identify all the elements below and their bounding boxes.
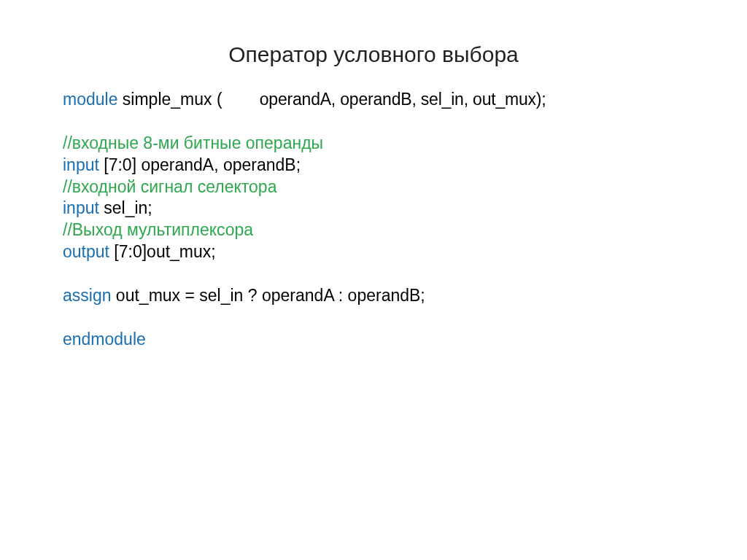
code-text: operandA, operandB, sel_in, out_mux); bbox=[260, 90, 546, 109]
code-text: out_mux = sel_in ? operandA : operandB; bbox=[111, 286, 425, 305]
comment-line: //входной сигнал селектора bbox=[63, 177, 276, 196]
code-text: [7:0] operandA, operandB; bbox=[99, 155, 301, 174]
code-block: module simple_mux ( operandA, operandB, … bbox=[63, 89, 684, 351]
code-line: module simple_mux ( operandA, operandB, … bbox=[63, 90, 546, 109]
keyword-module: module bbox=[63, 90, 117, 109]
code-line: input [7:0] operandA, operandB; bbox=[63, 155, 301, 174]
comment-line: //Выход мультиплексора bbox=[63, 220, 253, 239]
code-line: assign out_mux = sel_in ? operandA : ope… bbox=[63, 286, 425, 305]
code-text: sel_in; bbox=[99, 198, 152, 217]
code-line: input sel_in; bbox=[63, 198, 152, 217]
code-line: output [7:0]out_mux; bbox=[63, 242, 216, 261]
keyword-input: input bbox=[63, 198, 99, 217]
slide: Оператор условного выбора module simple_… bbox=[0, 0, 747, 560]
keyword-assign: assign bbox=[63, 286, 111, 305]
code-text: [7:0]out_mux; bbox=[109, 242, 216, 261]
keyword-input: input bbox=[63, 155, 99, 174]
page-title: Оператор условного выбора bbox=[63, 42, 684, 67]
keyword-endmodule: endmodule bbox=[63, 330, 146, 349]
comment-line: //входные 8-ми битные операнды bbox=[63, 133, 323, 152]
keyword-output: output bbox=[63, 242, 109, 261]
code-text: simple_mux ( bbox=[117, 90, 222, 109]
